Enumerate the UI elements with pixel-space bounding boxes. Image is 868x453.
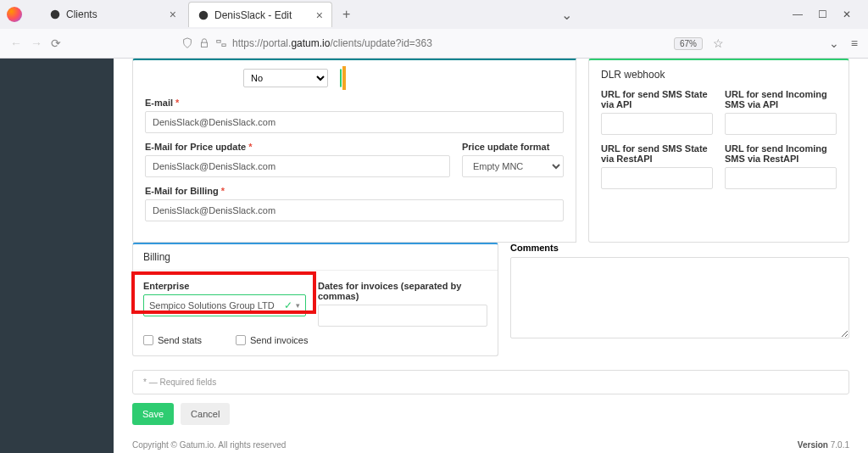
billing-header: Billing [133,244,498,271]
zoom-badge[interactable]: 67% [674,37,703,50]
version-text: Version 7.0.1 [798,440,849,450]
menu-icon[interactable]: ≡ [851,36,858,50]
check-icon: ✓ [284,299,292,311]
tab-title: DenisSlack - Edit [214,9,292,21]
new-tab-button[interactable]: + [336,7,357,22]
address-bar: ← → ⟳ https://portal.gatum.io/clients/up… [0,29,868,58]
cancel-button[interactable]: Cancel [181,403,230,425]
shield-icon [181,37,193,49]
lock-icon [198,37,210,49]
bookmark-icon[interactable]: ☆ [713,36,724,50]
copyright-text: Copyright © Gatum.io. All rights reserve… [132,440,286,450]
price-email-label: E-Mail for Price update * [145,142,450,152]
url-text: https://portal.gatum.io/clients/update?i… [232,37,432,49]
url-box[interactable]: https://portal.gatum.io/clients/update?i… [181,33,724,53]
content-area: No E-mail * E-Mail for Price update * [114,59,868,453]
invoice-dates-input[interactable] [318,305,487,327]
billing-email-input[interactable] [145,199,564,221]
send-invoices-checkbox[interactable]: Send invoices [236,335,309,345]
svg-rect-2 [202,42,208,47]
browser-tab-edit[interactable]: DenisSlack - Edit × [188,2,332,27]
webhook-title: DLR webhook [601,69,837,81]
url-incoming-api-label: URL for send Incoming SMS via API [725,89,837,109]
comments-section: Comments [510,243,849,356]
url-incoming-rest-label: URL for send Incoming SMS via RestAPI [725,143,837,164]
page-footer: Copyright © Gatum.io. All rights reserve… [132,425,849,450]
forward-button[interactable]: → [31,36,42,50]
send-stats-checkbox[interactable]: Send stats [143,335,202,345]
app-sidebar [0,59,114,453]
window-controls: — ☐ ✕ [793,8,861,20]
pocket-icon[interactable]: ⌄ [829,36,839,50]
svg-point-0 [51,10,60,20]
tab-bar: Clients × DenisSlack - Edit × + ⌄ — ☐ ✕ [0,0,868,29]
top-select[interactable]: No [243,69,328,87]
hatched-field[interactable] [340,69,342,87]
enterprise-value: Sempico Solutions Group LTD [149,300,275,310]
svg-point-1 [199,10,209,20]
comments-textarea[interactable] [510,257,849,338]
url-sms-api-input[interactable] [601,113,713,135]
enterprise-label: Enterprise [143,281,306,291]
permissions-icon [215,37,227,49]
close-icon[interactable]: × [170,8,176,21]
required-note: * — Required fields [132,370,849,394]
firefox-icon [7,7,22,22]
price-format-label: Price update format [462,142,564,152]
reload-button[interactable]: ⟳ [51,36,61,50]
browser-chrome: Clients × DenisSlack - Edit × + ⌄ — ☐ ✕ … [0,0,868,59]
close-icon[interactable]: × [316,8,323,22]
back-button[interactable]: ← [10,36,22,50]
url-sms-api-label: URL for send SMS State via API [601,89,713,109]
price-email-input[interactable] [145,155,450,177]
tab-favicon-icon [198,9,209,21]
url-sms-rest-input[interactable] [601,167,713,189]
save-button[interactable]: Save [132,403,174,425]
chevron-down-icon: ▾ [296,301,300,310]
email-input[interactable] [145,111,564,133]
client-form-card: No E-mail * E-Mail for Price update * [132,59,849,243]
email-label: E-mail * [145,98,564,108]
billing-card: Billing Enterprise Sempico Solutions Gro… [132,243,498,356]
url-sms-rest-label: URL for send SMS State via RestAPI [601,143,713,164]
tab-favicon-icon [49,8,61,20]
invoice-dates-label: Dates for invoices (separated by commas) [318,281,487,301]
url-incoming-api-input[interactable] [725,113,837,135]
url-incoming-rest-input[interactable] [725,167,837,189]
svg-rect-3 [217,41,220,43]
close-window-button[interactable]: ✕ [843,8,851,20]
browser-tab-clients[interactable]: Clients × [41,2,185,27]
tab-title: Clients [66,8,97,20]
price-format-select[interactable]: Empty MNC [462,155,564,177]
enterprise-select[interactable]: Sempico Solutions Group LTD ✓ ▾ [143,294,306,316]
maximize-button[interactable]: ☐ [818,8,827,20]
minimize-button[interactable]: — [793,8,803,20]
webhook-card: DLR webhook URL for send SMS State via A… [588,59,849,243]
comments-label: Comments [510,243,849,253]
billing-email-label: E-Mail for Billing * [145,186,564,196]
svg-rect-4 [222,44,225,47]
tabs-overflow-icon[interactable]: ⌄ [561,7,572,23]
